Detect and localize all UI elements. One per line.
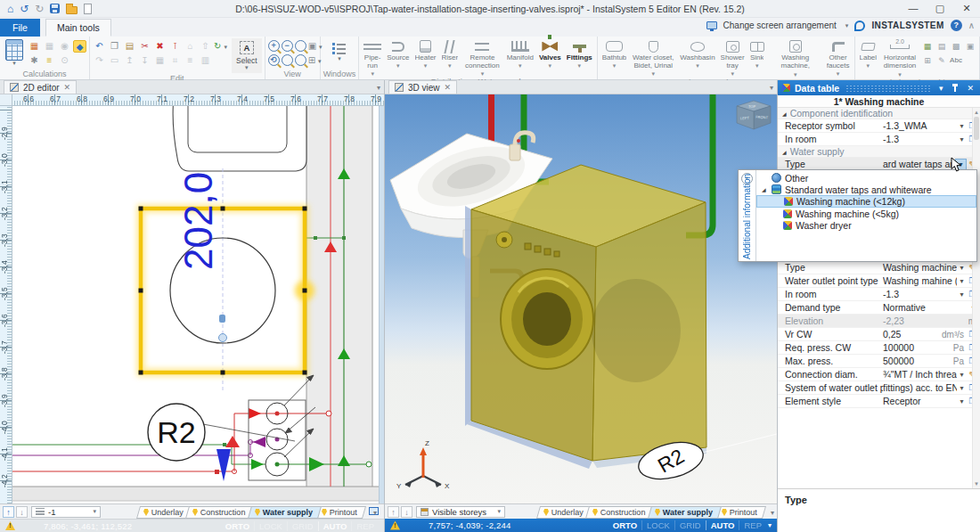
close-button[interactable]: ✕ [953, 0, 980, 18]
layer-tab-water-supply[interactable]: Water supply [648, 506, 722, 519]
warning-icon[interactable] [5, 521, 15, 530]
insert-node-icon[interactable]: ⊺ [168, 40, 182, 53]
washing-machine-3d[interactable] [465, 165, 706, 469]
scroll-thumb[interactable] [974, 117, 979, 140]
mode-lock[interactable]: LOCK [254, 521, 287, 531]
layer-tab-underlay[interactable]: Underlay [536, 506, 592, 519]
home-icon[interactable]: ⌂ [7, 4, 13, 14]
mode-auto[interactable]: AUTO [318, 521, 352, 531]
data-table-header[interactable]: Data table ▾ ✕ [778, 80, 980, 95]
selected-washing-machine[interactable] [139, 207, 315, 375]
calculations-button[interactable]: ▾ [3, 38, 26, 67]
ribbon-item-source[interactable]: Source▾ [385, 38, 411, 69]
tree-item-washing-machine-5kg[interactable]: Washing machine (<5kg) [756, 208, 976, 219]
visible-storeys-selector[interactable]: Visible storeys ▾ [416, 506, 505, 518]
dropdown-arrow-icon[interactable]: ▾ [957, 264, 967, 272]
mode-auto[interactable]: AUTO [706, 520, 739, 530]
tab-2d-editor[interactable]: 2D editor ✕ [4, 80, 77, 94]
layer-tab-construction[interactable]: Construction [585, 506, 655, 519]
minimize-button[interactable]: — [900, 0, 927, 18]
layer-tab-printout[interactable]: Printout [715, 506, 766, 519]
section-component-identification[interactable]: ◢Component identification [778, 108, 980, 119]
tab-list-icon[interactable]: ▾ [770, 84, 773, 92]
navigation-cube[interactable]: TOP LEFT FRONT [737, 101, 771, 129]
tab-file[interactable]: File [0, 19, 40, 37]
layer-tab-construction[interactable]: Construction [185, 506, 255, 519]
status-menu-icon[interactable]: ▾ [768, 521, 772, 529]
copy-icon[interactable]: ❐ [108, 40, 121, 53]
dropdown-arrow-icon[interactable]: ▾ [957, 122, 967, 130]
close-tab-icon[interactable]: ✕ [64, 83, 71, 92]
layer-tab-printout[interactable]: Printout [314, 506, 366, 519]
image-icon[interactable]: ▦ [921, 40, 934, 53]
ribbon-item-washing-machine[interactable]: Washing machine, Dishwasher▾ [768, 38, 823, 78]
additional-information-tab[interactable]: ‹ Additional information [739, 170, 756, 261]
dropdown-arrow-icon[interactable]: ▾ [957, 397, 967, 405]
ribbon-item-other-faucets[interactable]: Other faucets▾ [825, 38, 852, 77]
collapse-ribbon-icon[interactable]: ∧ [968, 20, 975, 30]
zoom-previous-icon[interactable]: ⟲ [268, 54, 280, 66]
maximize-button[interactable]: ▢ [927, 0, 953, 18]
tab-main-tools[interactable]: Main tools [45, 19, 111, 37]
zoom-in-icon[interactable]: + [268, 40, 280, 52]
ribbon-item-pipe-run[interactable]: Pipe-run▾ [362, 38, 383, 77]
panel-close-icon[interactable]: ✕ [965, 84, 976, 93]
table-icon[interactable]: ⊞ [921, 54, 934, 67]
select-button[interactable]: A Select ▾ [232, 38, 262, 73]
vertical-scrollbar[interactable] [379, 106, 384, 503]
2d-canvas[interactable]: 202,0 [12, 106, 384, 503]
rotation-handle-icon[interactable] [219, 334, 227, 342]
dropdown-arrow-icon[interactable]: ▾ [957, 135, 967, 143]
water-calc-icon[interactable]: ◆ [73, 40, 86, 53]
viewport-icon[interactable]: ⊞▾ [308, 54, 317, 67]
tree-item-other[interactable]: ◢Other [756, 172, 976, 184]
stamp-icon[interactable]: ✎ [935, 54, 948, 67]
tree-item-standard-taps[interactable]: ◢Standard water taps and whiteware [756, 184, 976, 195]
tree-item-washing-machine-12kg[interactable]: Washing machine (<12kg) [756, 195, 976, 208]
3d-canvas[interactable]: R2 TOP LEFT FRONT [385, 94, 777, 503]
ribbon-item-riser[interactable]: Riser▾ [440, 38, 461, 69]
windows-list-icon[interactable] [332, 42, 347, 54]
refresh-icon[interactable]: ↻▾ [214, 40, 227, 53]
mode-orto[interactable]: ORTO [608, 520, 641, 530]
mode-rep[interactable]: REP [739, 520, 766, 530]
storey-up-icon[interactable]: ↑ [3, 506, 14, 518]
warning-icon[interactable] [390, 521, 400, 530]
washbasin-outline[interactable] [173, 106, 306, 171]
pan-icon[interactable] [295, 54, 306, 66]
close-tab-icon[interactable]: ✕ [445, 83, 452, 92]
save-icon[interactable] [50, 4, 60, 13]
ribbon-item-bathtub[interactable]: Bathtub▾ [600, 38, 629, 69]
dropdown-arrow-icon[interactable]: ▾ [957, 371, 967, 379]
ribbon-item-water-closet[interactable]: Water closet, Bidet, Urinal▾ [630, 38, 676, 77]
zoom-window-icon[interactable] [295, 40, 306, 52]
text-icon[interactable]: Abc [950, 54, 962, 67]
section-water-supply[interactable]: ◢Water supply [778, 146, 980, 158]
zoom-out-icon[interactable]: − [282, 40, 293, 52]
mode-grid[interactable]: GRID [674, 520, 706, 530]
change-screen-arrangement[interactable]: Change screen arrangement [723, 20, 837, 30]
scroll-down-icon[interactable]: ▾ [973, 480, 980, 487]
frame-icon[interactable]: ▣ [964, 40, 976, 53]
layer-tabs-menu-icon[interactable]: ▾ [771, 509, 774, 517]
ribbon-item-valves[interactable]: Valves▾ [537, 38, 563, 69]
storey-up-icon[interactable]: ↑ [388, 506, 399, 518]
screen-arrangement-icon[interactable] [706, 21, 717, 29]
ribbon-item-washbasin[interactable]: Washbasin▾ [678, 38, 716, 69]
ribbon-item-sink[interactable]: Sink▾ [748, 38, 766, 69]
mode-orto[interactable]: ORTO [221, 521, 254, 531]
ribbon-item-label[interactable]: Label▾ [858, 38, 879, 69]
ribbon-item-manifold[interactable]: Manifold▾ [505, 38, 535, 69]
storey-down-icon[interactable]: ↓ [16, 506, 28, 518]
redo-icon[interactable]: ↻ [35, 4, 44, 14]
dimension-text[interactable]: 202,0 [176, 172, 220, 270]
dropdown-arrow-icon[interactable]: ▾ [957, 291, 967, 299]
hatch-icon[interactable]: ▩ [950, 40, 962, 53]
storey-down-icon[interactable]: ↓ [401, 506, 412, 518]
legend-icon[interactable]: ▤ [935, 40, 948, 53]
results-icon[interactable]: ≡ [43, 54, 56, 67]
ribbon-item-heater[interactable]: Heater▾ [413, 38, 438, 69]
delete-icon[interactable]: ✖ [153, 40, 167, 53]
panel-scrollbar[interactable]: ▴ ▾ [972, 108, 980, 488]
layer-tab-underlay[interactable]: Underlay [136, 506, 192, 519]
